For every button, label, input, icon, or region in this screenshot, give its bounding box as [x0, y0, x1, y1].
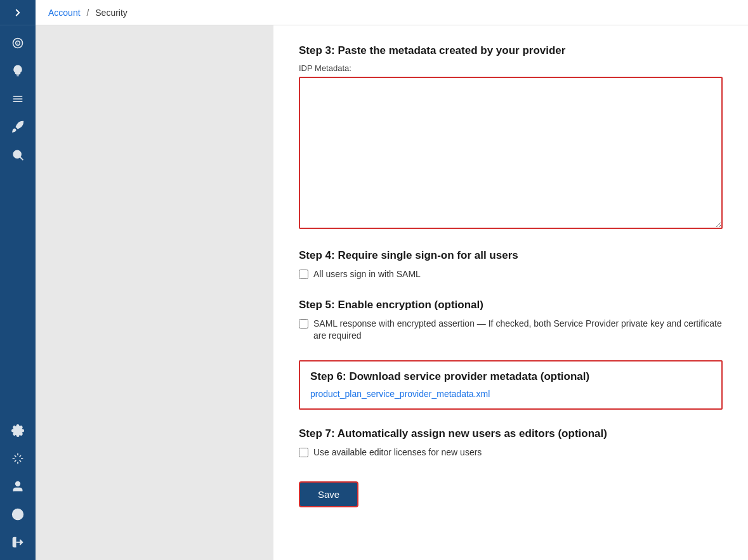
- idp-metadata-label: IDP Metadata:: [299, 63, 723, 73]
- sidebar-toggle-button[interactable]: [0, 0, 36, 25]
- step3-section: Step 3: Paste the metadata created by yo…: [299, 44, 723, 231]
- step6-box: Step 6: Download service provider metada…: [299, 360, 723, 410]
- save-button[interactable]: Save: [299, 481, 358, 507]
- step5-checkbox-row: SAML response with encrypted assertion —…: [299, 318, 723, 342]
- sidebar-item-menu[interactable]: [5, 86, 30, 112]
- sidebar-item-search[interactable]: [5, 142, 30, 167]
- step4-checkbox-row: All users sign in with SAML: [299, 268, 723, 281]
- step4-checkbox-label[interactable]: All users sign in with SAML: [313, 268, 421, 281]
- sidebar-item-user[interactable]: [5, 474, 30, 499]
- svg-rect-5: [13, 101, 23, 102]
- sidebar-item-logout[interactable]: [5, 530, 30, 555]
- breadcrumb-current: Security: [95, 8, 128, 18]
- idp-metadata-input[interactable]: [299, 77, 723, 229]
- step3-title: Step 3: Paste the metadata created by yo…: [299, 44, 723, 57]
- step4-section: Step 4: Require single sign-on for all u…: [299, 249, 723, 281]
- step6-download-link[interactable]: product_plan_service_provider_metadata.x…: [310, 389, 490, 399]
- step5-checkbox[interactable]: [299, 319, 308, 329]
- content-wrapper: Step 3: Paste the metadata created by yo…: [36, 25, 748, 560]
- sidebar: [0, 0, 36, 560]
- svg-point-9: [16, 482, 20, 486]
- right-panel: Step 3: Paste the metadata created by yo…: [273, 25, 748, 560]
- step4-title: Step 4: Require single sign-on for all u…: [299, 249, 723, 262]
- svg-rect-4: [13, 98, 23, 100]
- step7-section: Step 7: Automatically assign new users a…: [299, 427, 723, 459]
- sidebar-item-ideas[interactable]: [5, 58, 30, 84]
- sidebar-item-settings[interactable]: [5, 418, 30, 443]
- sidebar-item-launch[interactable]: [5, 114, 30, 140]
- step7-checkbox[interactable]: [299, 448, 308, 457]
- sidebar-item-help[interactable]: [5, 502, 30, 527]
- main-container: Account / Security Step 3: Paste the met…: [36, 0, 748, 560]
- breadcrumb-separator: /: [86, 8, 89, 18]
- sidebar-bottom-nav: [0, 418, 36, 560]
- svg-point-2: [17, 42, 18, 44]
- svg-point-6: [13, 150, 21, 158]
- step4-checkbox[interactable]: [299, 270, 308, 279]
- sidebar-item-dashboard[interactable]: [5, 30, 30, 56]
- step5-checkbox-label[interactable]: SAML response with encrypted assertion —…: [313, 318, 723, 342]
- svg-line-7: [20, 157, 23, 160]
- step7-title: Step 7: Automatically assign new users a…: [299, 427, 723, 440]
- step7-checkbox-row: Use available editor licenses for new us…: [299, 446, 723, 459]
- svg-rect-3: [13, 96, 23, 97]
- sidebar-top-nav: [0, 25, 36, 418]
- header: Account / Security: [36, 0, 748, 25]
- breadcrumb-account-link[interactable]: Account: [48, 8, 81, 18]
- breadcrumb: Account / Security: [48, 8, 128, 18]
- left-panel: [36, 25, 273, 560]
- step6-title: Step 6: Download service provider metada…: [310, 370, 711, 383]
- sidebar-item-plugins[interactable]: [5, 446, 30, 471]
- step7-checkbox-label[interactable]: Use available editor licenses for new us…: [313, 446, 482, 459]
- step5-title: Step 5: Enable encryption (optional): [299, 299, 723, 311]
- step5-section: Step 5: Enable encryption (optional) SAM…: [299, 299, 723, 342]
